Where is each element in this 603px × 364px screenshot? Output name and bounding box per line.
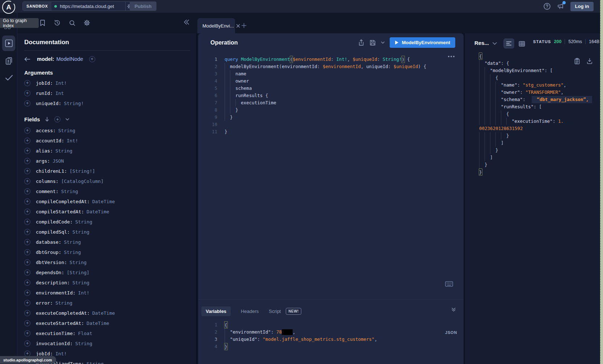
add-field-icon[interactable]: +: [24, 158, 30, 164]
field-row[interactable]: +access:String: [24, 125, 190, 135]
operation-tab[interactable]: ModelByEnvi...: [197, 18, 235, 33]
field-row[interactable]: +dbtVersion:String: [24, 257, 190, 267]
field-type[interactable]: String: [72, 280, 89, 285]
field-row[interactable]: +environmentId:Int!: [24, 288, 190, 298]
field-type[interactable]: Int: [55, 91, 64, 96]
breadcrumb-type[interactable]: ModelNode: [56, 56, 83, 62]
field-type[interactable]: DateTime: [92, 199, 115, 204]
field-type[interactable]: String: [75, 219, 92, 225]
field-type[interactable]: [String]: [67, 270, 89, 275]
tab-headers[interactable]: Headers: [241, 309, 259, 314]
editor-menu-icon[interactable]: [448, 56, 455, 57]
field-row[interactable]: +invocationId:String: [24, 338, 190, 348]
explorer-nav-item[interactable]: [2, 35, 15, 51]
run-operation-button[interactable]: ModelByEnvironment: [390, 37, 455, 48]
add-field-icon[interactable]: +: [24, 127, 30, 134]
add-field-icon[interactable]: +: [24, 330, 30, 336]
save-options-chevron-icon[interactable]: [381, 41, 385, 44]
share-icon[interactable]: [358, 39, 364, 46]
field-type[interactable]: String: [87, 361, 104, 364]
field-row[interactable]: +dependsOn:[String]: [24, 267, 190, 277]
publish-button[interactable]: Publish: [130, 1, 156, 11]
add-field-icon[interactable]: +: [24, 188, 30, 194]
argument-row[interactable]: +uniqueId:String!: [24, 98, 190, 108]
field-type[interactable]: Float: [78, 331, 92, 336]
add-field-icon[interactable]: +: [24, 351, 30, 357]
field-row[interactable]: +compileCompletedAt:DateTime: [24, 196, 190, 206]
field-row[interactable]: +args:JSON: [24, 156, 190, 166]
saved-operations-icon[interactable]: [38, 19, 46, 27]
add-field-icon[interactable]: +: [24, 290, 30, 296]
add-field-icon[interactable]: +: [24, 100, 30, 106]
field-row[interactable]: +accountId:Int!: [24, 135, 190, 146]
add-field-icon[interactable]: +: [24, 300, 30, 306]
field-type[interactable]: String: [75, 341, 92, 346]
field-row[interactable]: +description:String: [24, 277, 190, 288]
field-type[interactable]: [CatalogColumn]: [61, 179, 104, 184]
add-field-icon[interactable]: +: [24, 310, 30, 316]
add-field-icon[interactable]: +: [24, 340, 30, 347]
checks-nav-item[interactable]: [5, 74, 13, 81]
add-field-icon[interactable]: +: [24, 80, 30, 86]
field-type[interactable]: String: [64, 250, 81, 255]
add-field-icon[interactable]: +: [24, 178, 30, 184]
field-type[interactable]: DateTime: [87, 321, 109, 326]
schema-nav-item[interactable]: [5, 56, 13, 66]
field-row[interactable]: +comment:String: [24, 186, 190, 196]
field-type[interactable]: Int!: [78, 290, 89, 296]
argument-row[interactable]: +jobId:Int!: [24, 78, 190, 88]
collapse-panel-icon[interactable]: [182, 18, 191, 26]
keyboard-shortcuts-icon[interactable]: [445, 281, 453, 287]
field-type[interactable]: String: [55, 300, 72, 306]
add-field-icon[interactable]: +: [24, 249, 30, 255]
close-tab-icon[interactable]: [236, 24, 240, 28]
field-row[interactable]: +executionTime:Float: [24, 328, 190, 338]
field-type[interactable]: DateTime: [87, 209, 109, 214]
tab-script[interactable]: Script: [269, 309, 281, 314]
field-type[interactable]: JSON: [53, 158, 64, 164]
table-view-toggle[interactable]: [518, 40, 526, 48]
argument-row[interactable]: +runId:Int: [24, 88, 190, 98]
field-row[interactable]: +columns:[CatalogColumn]: [24, 176, 190, 186]
response-chevron-icon[interactable]: [493, 42, 497, 45]
field-row[interactable]: +error:String: [24, 298, 190, 308]
add-field-icon[interactable]: +: [24, 198, 30, 205]
endpoint-url-input[interactable]: https://metadata.cloud.get: [51, 2, 125, 11]
field-row[interactable]: +database:String: [24, 237, 190, 247]
variables-editor[interactable]: 1{2"environmentId": 78,3"uniqueId": "mod…: [205, 321, 377, 350]
add-field-icon[interactable]: +: [24, 239, 30, 245]
add-field-icon[interactable]: +: [24, 90, 30, 96]
collapse-variables-icon[interactable]: [451, 307, 456, 312]
search-icon[interactable]: [68, 19, 76, 27]
field-type[interactable]: String: [55, 148, 72, 154]
save-icon[interactable]: [369, 39, 376, 46]
tab-variables[interactable]: Variables: [201, 306, 231, 316]
add-all-fields-icon[interactable]: +: [89, 56, 95, 62]
field-type[interactable]: Int!: [55, 351, 67, 356]
add-field-icon[interactable]: +: [24, 280, 30, 286]
add-field-icon[interactable]: +: [24, 138, 30, 144]
field-type[interactable]: String: [72, 229, 89, 235]
add-field-icon[interactable]: +: [24, 229, 30, 235]
back-arrow-icon[interactable]: [24, 57, 30, 62]
new-tab-icon[interactable]: [240, 21, 248, 29]
field-row[interactable]: +childrenL1:[String!]: [24, 166, 190, 176]
field-type[interactable]: String: [58, 128, 75, 133]
fields-options-chevron-icon[interactable]: [66, 118, 69, 121]
operation-editor[interactable]: 1query ModelByEnvironment($environmentId…: [205, 56, 426, 135]
add-field-icon[interactable]: +: [24, 168, 30, 174]
login-button[interactable]: Log in: [570, 2, 594, 11]
add-field-icon[interactable]: +: [24, 259, 30, 265]
field-type[interactable]: [String!]: [70, 168, 95, 174]
field-type[interactable]: Int!: [55, 80, 67, 86]
field-type[interactable]: DateTime: [92, 310, 115, 316]
field-row[interactable]: +compileStartedAt:DateTime: [24, 206, 190, 217]
field-type[interactable]: String: [64, 239, 81, 245]
add-field-icon[interactable]: +: [24, 148, 30, 154]
settings-gear-icon[interactable]: [83, 19, 91, 27]
response-title[interactable]: Res...: [474, 40, 489, 46]
field-row[interactable]: +executeCompletedAt:DateTime: [24, 308, 190, 318]
add-field-icon[interactable]: +: [24, 320, 30, 326]
field-type[interactable]: Int!: [67, 138, 78, 143]
field-row[interactable]: +executeStartedAt:DateTime: [24, 318, 190, 328]
